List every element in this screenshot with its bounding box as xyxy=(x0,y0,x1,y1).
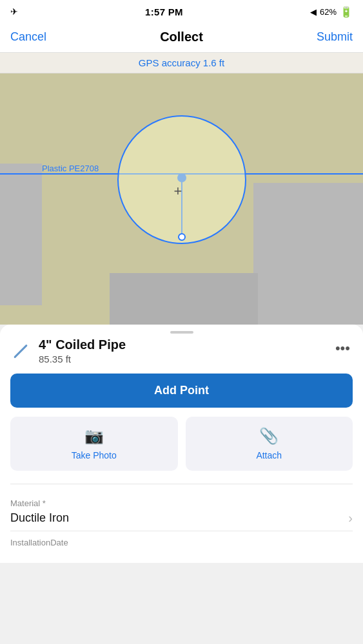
attach-icon: 📎 xyxy=(259,427,279,445)
feature-info: 4" Coiled Pipe 85.35 ft xyxy=(10,337,126,365)
status-bar-right: ◀ 62% 🔋 xyxy=(310,6,353,18)
feature-text: 4" Coiled Pipe 85.35 ft xyxy=(39,337,126,365)
nav-bar: Cancel Collect Submit xyxy=(0,23,363,53)
take-photo-button[interactable]: 📷 Take Photo xyxy=(10,417,178,471)
field-divider xyxy=(10,484,353,484)
map-area[interactable]: Plastic PE2708 + xyxy=(0,73,363,325)
status-time: 1:57 PM xyxy=(145,6,183,17)
gps-accuracy-bar: GPS accuracy 1.6 ft xyxy=(0,53,363,73)
submit-button[interactable]: Submit xyxy=(317,30,353,44)
field-label-installationdate: InstallationDate xyxy=(10,538,353,547)
field-label-material: Material * xyxy=(10,498,353,508)
field-row-material[interactable]: Material * Ductile Iron › xyxy=(10,492,353,531)
building-left xyxy=(0,164,42,305)
field-value-row-material: Ductile Iron › xyxy=(10,511,353,526)
building-bottom xyxy=(110,273,258,325)
feature-header: 4" Coiled Pipe 85.35 ft ••• xyxy=(10,337,353,365)
battery-percent: 62% xyxy=(320,7,337,17)
attach-button[interactable]: 📎 Attach xyxy=(186,417,353,471)
pipe-label: Plastic PE2708 xyxy=(42,164,99,173)
airplane-icon xyxy=(10,6,18,17)
drag-handle[interactable] xyxy=(170,331,193,334)
gps-accuracy-text: GPS accuracy 1.6 ft xyxy=(139,57,224,68)
pipe-slash-icon xyxy=(14,344,28,358)
attach-label: Attach xyxy=(256,450,282,460)
crosshair-icon: + xyxy=(173,184,182,198)
take-photo-label: Take Photo xyxy=(72,450,117,460)
action-buttons-row: 📷 Take Photo 📎 Attach xyxy=(10,417,353,471)
status-bar-left xyxy=(10,6,18,17)
field-row-installationdate[interactable]: InstallationDate xyxy=(10,531,353,550)
gps-accuracy-circle xyxy=(117,115,246,244)
field-value-material: Ductile Iron xyxy=(10,511,69,525)
gps-point-circle xyxy=(178,233,186,241)
more-options-button[interactable]: ••• xyxy=(333,337,353,359)
feature-name: 4" Coiled Pipe xyxy=(39,337,126,352)
battery-icon: 🔋 xyxy=(340,6,353,18)
feature-distance: 85.35 ft xyxy=(39,354,126,365)
building-right xyxy=(253,183,363,325)
add-point-button[interactable]: Add Point xyxy=(10,374,353,408)
field-chevron-material: › xyxy=(348,511,353,526)
gps-circle-ring xyxy=(117,115,246,244)
camera-icon: 📷 xyxy=(84,427,104,445)
status-bar: 1:57 PM ◀ 62% 🔋 xyxy=(0,0,363,23)
location-icon: ◀ xyxy=(310,7,317,17)
page-title: Collect xyxy=(160,30,203,44)
pipe-feature-icon xyxy=(10,341,31,361)
cancel-button[interactable]: Cancel xyxy=(10,30,46,44)
bottom-panel: 4" Coiled Pipe 85.35 ft ••• Add Point 📷 … xyxy=(0,325,363,563)
